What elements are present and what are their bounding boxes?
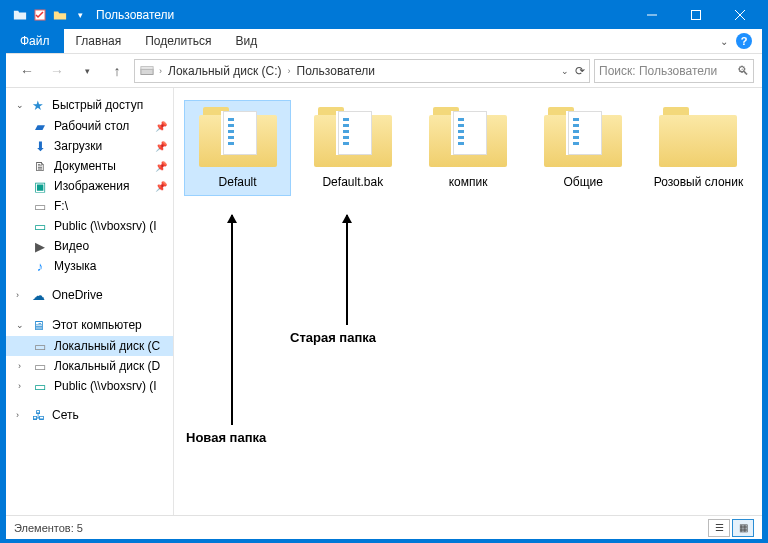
- folder-icon: [659, 107, 737, 169]
- breadcrumb-item[interactable]: Пользователи: [295, 64, 377, 78]
- music-icon: ♪: [32, 258, 48, 274]
- ribbon-expand-icon[interactable]: ⌄: [720, 36, 728, 47]
- folder-name: Default.bak: [302, 175, 403, 189]
- pin-icon: 📌: [155, 161, 167, 172]
- svg-rect-5: [141, 69, 153, 74]
- file-area[interactable]: Default Default.bak компик Общие Розовый…: [174, 88, 762, 515]
- sidebar-item-drive-c[interactable]: ▭Локальный диск (C: [6, 336, 173, 356]
- chevron-right-icon[interactable]: ›: [159, 66, 162, 76]
- folder-item[interactable]: Default.bak: [299, 100, 406, 196]
- details-view-button[interactable]: ☰: [708, 519, 730, 537]
- address-bar[interactable]: › Локальный диск (C:) › Пользователи ⌄ ⟳: [134, 59, 590, 83]
- sidebar-item-public[interactable]: ▭Public (\\vboxsrv) (I: [6, 216, 173, 236]
- titlebar: ▾ Пользователи: [6, 1, 762, 29]
- ribbon: Файл Главная Поделиться Вид ⌄ ?: [6, 29, 762, 54]
- nav-pane: ⌄★Быстрый доступ ▰Рабочий стол📌 ⬇Загрузк…: [6, 88, 174, 515]
- pin-icon: 📌: [155, 121, 167, 132]
- folder-icon: [12, 7, 28, 23]
- explorer-window: ▾ Пользователи Файл Главная Поделиться В…: [5, 0, 763, 540]
- folder-name: Default: [187, 175, 288, 189]
- quick-access-header[interactable]: ⌄★Быстрый доступ: [6, 94, 173, 116]
- window-title: Пользователи: [94, 8, 630, 22]
- folder-item[interactable]: компик: [414, 100, 521, 196]
- folder-icon: [199, 107, 277, 169]
- sidebar-item-downloads[interactable]: ⬇Загрузки📌: [6, 136, 173, 156]
- close-button[interactable]: [718, 1, 762, 29]
- annotation-arrow: [346, 215, 348, 325]
- folder-icon: [429, 107, 507, 169]
- drive-icon: ▭: [32, 358, 48, 374]
- thispc-header[interactable]: ⌄🖥Этот компьютер: [6, 314, 173, 336]
- star-icon: ★: [30, 97, 46, 113]
- navbar: ← → ▾ ↑ › Локальный диск (C:) › Пользова…: [6, 54, 762, 88]
- ribbon-view-tab[interactable]: Вид: [223, 29, 269, 53]
- drive-icon: ▭: [32, 198, 48, 214]
- svg-rect-6: [141, 66, 153, 69]
- search-icon: 🔍︎: [737, 64, 749, 78]
- sidebar-item-drive-f[interactable]: ▭F:\: [6, 196, 173, 216]
- network-icon: 🖧: [30, 407, 46, 423]
- maximize-button[interactable]: [674, 1, 718, 29]
- nav-forward[interactable]: →: [44, 58, 70, 84]
- minimize-button[interactable]: [630, 1, 674, 29]
- svg-rect-2: [692, 11, 701, 20]
- ribbon-share-tab[interactable]: Поделиться: [133, 29, 223, 53]
- folder-item[interactable]: Default: [184, 100, 291, 196]
- nav-back[interactable]: ←: [14, 58, 40, 84]
- sidebar-item-music[interactable]: ♪Музыка: [6, 256, 173, 276]
- download-icon: ⬇: [32, 138, 48, 154]
- folder-item[interactable]: Розовый слоник: [645, 100, 752, 196]
- chevron-right-icon[interactable]: ›: [288, 66, 291, 76]
- icons-view-button[interactable]: ▦: [732, 519, 754, 537]
- search-placeholder: Поиск: Пользователи: [599, 64, 717, 78]
- nav-up[interactable]: ↑: [104, 58, 130, 84]
- qat-properties-icon[interactable]: [32, 7, 48, 23]
- sidebar-item-documents[interactable]: 🗎Документы📌: [6, 156, 173, 176]
- sidebar-item-drive-d[interactable]: ›▭Локальный диск (D: [6, 356, 173, 376]
- pin-icon: 📌: [155, 141, 167, 152]
- ribbon-home-tab[interactable]: Главная: [64, 29, 134, 53]
- onedrive-header[interactable]: ›☁OneDrive: [6, 284, 173, 306]
- video-icon: ▶: [32, 238, 48, 254]
- ribbon-file-tab[interactable]: Файл: [6, 29, 64, 53]
- sidebar-item-desktop[interactable]: ▰Рабочий стол📌: [6, 116, 173, 136]
- sidebar-item-pictures[interactable]: ▣Изображения📌: [6, 176, 173, 196]
- refresh-icon[interactable]: ⟳: [575, 64, 585, 78]
- breadcrumb-item[interactable]: Локальный диск (C:): [166, 64, 284, 78]
- qat-newfolder-icon[interactable]: [52, 7, 68, 23]
- item-count: Элементов: 5: [14, 522, 83, 534]
- cloud-icon: ☁: [30, 287, 46, 303]
- pictures-icon: ▣: [32, 178, 48, 194]
- folder-name: компик: [417, 175, 518, 189]
- status-bar: Элементов: 5 ☰ ▦: [6, 515, 762, 539]
- folder-name: Розовый слоник: [648, 175, 749, 189]
- sidebar-item-public2[interactable]: ›▭Public (\\vboxsrv) (I: [6, 376, 173, 396]
- drive-icon: [139, 63, 155, 79]
- qat-dropdown[interactable]: ▾: [72, 7, 88, 23]
- document-icon: 🗎: [32, 158, 48, 174]
- sidebar-item-videos[interactable]: ▶Видео: [6, 236, 173, 256]
- desktop-icon: ▰: [32, 118, 48, 134]
- annotation-label: Старая папка: [290, 330, 376, 345]
- folder-item[interactable]: Общие: [530, 100, 637, 196]
- address-dropdown[interactable]: ⌄: [561, 66, 569, 76]
- folder-icon: [544, 107, 622, 169]
- help-icon[interactable]: ?: [736, 33, 752, 49]
- folder-name: Общие: [533, 175, 634, 189]
- search-input[interactable]: Поиск: Пользователи🔍︎: [594, 59, 754, 83]
- annotation-arrow: [231, 215, 233, 425]
- network-drive-icon: ▭: [32, 378, 48, 394]
- nav-recent-dropdown[interactable]: ▾: [74, 58, 100, 84]
- pin-icon: 📌: [155, 181, 167, 192]
- network-drive-icon: ▭: [32, 218, 48, 234]
- folder-icon: [314, 107, 392, 169]
- annotation-label: Новая папка: [186, 430, 266, 445]
- network-header[interactable]: ›🖧Сеть: [6, 404, 173, 426]
- pc-icon: 🖥: [30, 317, 46, 333]
- drive-icon: ▭: [32, 338, 48, 354]
